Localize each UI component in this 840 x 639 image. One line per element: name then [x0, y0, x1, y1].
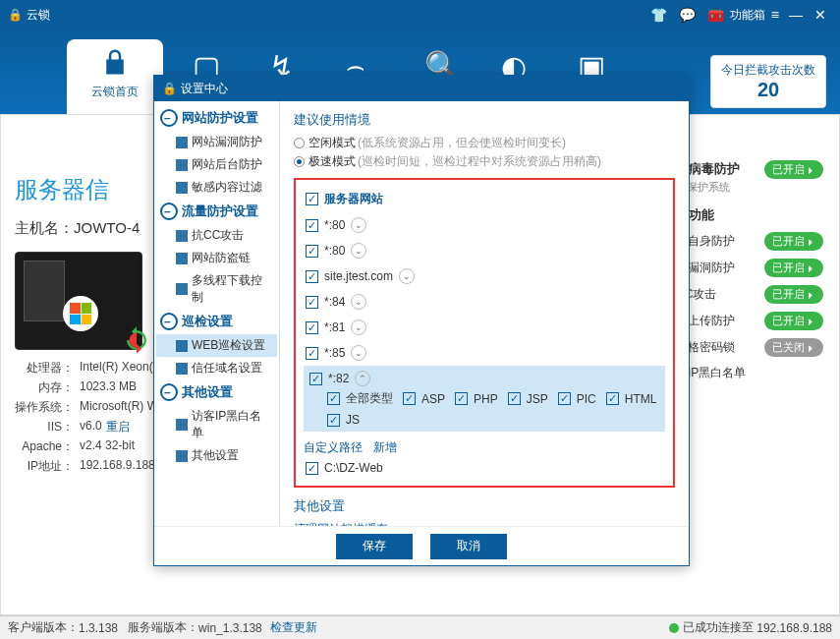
toolbox-label[interactable]: 功能箱	[730, 7, 765, 24]
lock-icon: 🔒	[162, 82, 177, 95]
settings-modal: 🔒 设置中心 网站防护设置网站漏洞防护网站后台防护敏感内容过滤流量防护设置抗CC…	[153, 75, 690, 566]
main-tab[interactable]: 云锁首页	[67, 39, 163, 114]
feature-row: 锁自身防护已开启	[676, 232, 823, 251]
site-row: *:85⌄	[304, 340, 665, 366]
site-checkbox[interactable]	[306, 245, 318, 258]
sidebar-item[interactable]: 敏感内容过滤	[156, 176, 277, 199]
sidebar-group[interactable]: 网站防护设置	[156, 105, 277, 131]
title-bar: 🔒 云锁 👕 💬 🧰 功能箱 ≡ — ✕	[0, 0, 840, 29]
sites-box: 服务器网站 *:80⌄*:80⌄site.jtest.com⌄*:84⌄*:81…	[294, 178, 675, 488]
sidebar-item[interactable]: 多线程下载控制	[156, 269, 277, 309]
filetype-checkbox[interactable]: JSP	[508, 390, 548, 407]
site-row: *:84⌄	[304, 289, 665, 315]
minimize-icon[interactable]: —	[789, 7, 803, 23]
radio-idle[interactable]: 空闲模式(低系统资源占用，但会使巡检时间变长)	[294, 135, 675, 151]
toggle-pill[interactable]: 已开启	[764, 259, 823, 277]
modal-footer: 保存 取消	[154, 526, 689, 565]
sidebar-group[interactable]: 其他设置	[156, 379, 277, 405]
toolbox-icon[interactable]: 🧰	[707, 7, 724, 23]
site-checkbox[interactable]	[306, 321, 318, 334]
lock-large-icon	[67, 47, 163, 80]
sidebar-item[interactable]: 网站后台防护	[156, 153, 277, 176]
windows-logo-icon	[63, 296, 98, 331]
server-sites-header: 服务器网站	[304, 186, 665, 212]
toggle-pill[interactable]: 已关闭	[764, 338, 823, 357]
path-checkbox[interactable]	[306, 462, 318, 475]
expand-icon[interactable]: ⌄	[351, 320, 366, 335]
intercept-badge: 今日拦截攻击次数 20	[710, 55, 826, 108]
filetype-checkbox[interactable]: PHP	[455, 390, 498, 407]
suggest-title: 建议使用情境	[294, 111, 675, 129]
sidebar-group[interactable]: 巡检设置	[156, 309, 277, 334]
collapse-icon[interactable]: ⌃	[355, 371, 370, 386]
sidebar-item[interactable]: 网站漏洞防护	[156, 131, 277, 153]
server-sites-checkbox[interactable]	[306, 193, 318, 205]
site-checkbox[interactable]	[309, 373, 322, 385]
custom-path-header: 自定义路径 新增	[304, 439, 665, 456]
check-update-link[interactable]: 检查更新	[270, 619, 317, 636]
badge-label: 今日拦截攻击次数	[721, 62, 815, 79]
modal-sidebar: 网站防护设置网站漏洞防护网站后台防护敏感内容过滤流量防护设置抗CC攻击网站防盗链…	[154, 101, 280, 526]
status-bar: 客户端版本：1.3.138 服务端版本：win_1.3.138 检查更新 已成功…	[0, 615, 840, 639]
custom-path-row: C:\DZ-Web	[304, 456, 665, 480]
sidebar-item[interactable]: 信任域名设置	[156, 357, 277, 379]
cancel-button[interactable]: 取消	[430, 534, 507, 559]
expand-icon[interactable]: ⌄	[351, 345, 366, 361]
av-pill[interactable]: 已开启	[764, 160, 823, 179]
filetype-checkbox[interactable]: JS	[327, 413, 360, 427]
app-title: 云锁	[27, 7, 50, 24]
other-title: 其他设置	[294, 497, 675, 515]
expand-icon[interactable]: ⌄	[399, 268, 415, 284]
right-column: 马病毒防护 已开启 键保护系统 用功能 锁自身防护已开启站漏洞防护已开启CC攻击…	[676, 160, 823, 389]
add-path-link[interactable]: 新增	[373, 440, 397, 454]
expand-icon[interactable]: ⌄	[351, 243, 366, 259]
save-button[interactable]: 保存	[336, 534, 413, 559]
badge-count: 20	[721, 79, 815, 101]
expand-icon[interactable]: ⌄	[351, 217, 366, 233]
feature-row: 宫格密码锁已关闭	[676, 338, 823, 357]
feature-row: 站漏洞防护已开启	[676, 259, 823, 277]
sidebar-item[interactable]: WEB巡检设置	[156, 334, 277, 357]
feature-row: CC攻击已开启	[676, 285, 823, 304]
reload-icon	[122, 325, 151, 355]
site-checkbox[interactable]	[306, 296, 318, 309]
lock-icon: 🔒	[8, 8, 23, 22]
filetype-checkbox[interactable]: ASP	[403, 390, 445, 407]
site-row: *:80⌄	[304, 212, 665, 238]
toggle-pill[interactable]: 已开启	[764, 232, 823, 251]
site-row: *:81⌄	[304, 315, 665, 340]
modal-header: 🔒 设置中心	[154, 76, 689, 101]
site-checkbox[interactable]	[306, 219, 318, 232]
restart-link[interactable]: 重启	[106, 419, 130, 436]
shirt-icon[interactable]: 👕	[650, 7, 667, 23]
expand-icon[interactable]: ⌄	[351, 294, 366, 310]
site-checkbox[interactable]	[306, 270, 318, 283]
modal-title: 设置中心	[181, 81, 228, 97]
func-title: 用功能	[676, 206, 823, 224]
menu-icon[interactable]: ≡	[771, 7, 777, 23]
toggle-pill[interactable]: 已开启	[764, 312, 823, 330]
server-image	[15, 252, 142, 350]
tab-label: 云锁首页	[67, 84, 163, 100]
filetype-checkbox[interactable]: PIC	[558, 390, 596, 407]
sidebar-item[interactable]: 抗CC攻击	[156, 224, 277, 247]
site-checkbox[interactable]	[306, 347, 318, 360]
site-row: *:80⌄	[304, 238, 665, 263]
site-row: site.jtest.com⌄	[304, 263, 665, 289]
filetype-checkbox[interactable]: HTML	[606, 390, 657, 407]
chat-icon[interactable]: 💬	[679, 7, 696, 23]
feature-row: 件上传防护已开启	[676, 312, 823, 330]
filetype-checkbox[interactable]: 全部类型	[327, 390, 393, 407]
status-dot-icon	[669, 623, 679, 633]
feature-row: 客IP黑白名单	[676, 365, 823, 381]
toggle-pill[interactable]: 已开启	[764, 285, 823, 304]
sidebar-group[interactable]: 流量防护设置	[156, 199, 277, 224]
site-row-expanded: *:82 ⌃ 全部类型ASPPHPJSPPICHTMLJS	[304, 366, 665, 432]
close-icon[interactable]: ✕	[814, 7, 826, 23]
radio-fast[interactable]: 极速模式(巡检时间短，巡检过程中对系统资源占用稍高)	[294, 153, 675, 170]
sidebar-item[interactable]: 访客IP黑白名单	[156, 405, 277, 444]
sidebar-item[interactable]: 网站防盗链	[156, 247, 277, 269]
modal-main: 建议使用情境 空闲模式(低系统资源占用，但会使巡检时间变长) 极速模式(巡检时间…	[280, 101, 689, 526]
sidebar-item[interactable]: 其他设置	[156, 444, 277, 467]
